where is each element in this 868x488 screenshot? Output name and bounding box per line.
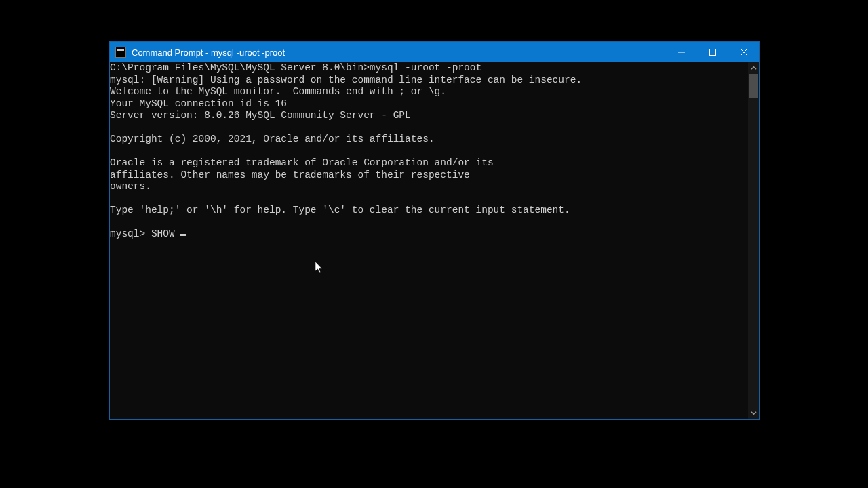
terminal-line: owners.	[110, 181, 748, 193]
minimize-icon	[678, 49, 685, 56]
terminal-line	[110, 146, 748, 158]
maximize-button[interactable]	[697, 42, 728, 62]
terminal-line	[110, 217, 748, 229]
terminal-line: Copyright (c) 2000, 2021, Oracle and/or …	[110, 134, 748, 146]
cmd-app-icon	[115, 47, 126, 58]
terminal-line: mysql: [Warning] Using a password on the…	[110, 75, 748, 87]
close-button[interactable]	[728, 42, 760, 62]
minimize-button[interactable]	[666, 42, 697, 62]
terminal-line: C:\Program Files\MySQL\MySQL Server 8.0\…	[110, 62, 748, 75]
command-prompt-window: Command Prompt - mysql -uroot -proot C:\…	[109, 41, 760, 420]
terminal-line	[110, 193, 748, 205]
scrollbar-thumb[interactable]	[749, 74, 758, 98]
terminal-prompt: mysql>	[110, 228, 151, 239]
vertical-scrollbar[interactable]	[748, 62, 760, 419]
window-title: Command Prompt - mysql -uroot -proot	[132, 47, 285, 58]
terminal-line: Welcome to the MySQL monitor. Commands e…	[110, 86, 748, 98]
client-area: C:\Program Files\MySQL\MySQL Server 8.0\…	[110, 62, 760, 419]
scroll-up-arrow-icon[interactable]	[748, 62, 760, 74]
terminal-line: Server version: 8.0.26 MySQL Community S…	[110, 110, 748, 122]
svg-rect-1	[710, 49, 716, 56]
maximize-icon	[709, 49, 716, 56]
terminal-prompt-line[interactable]: mysql> SHOW	[110, 228, 748, 241]
terminal-line: Your MySQL connection id is 16	[110, 98, 748, 110]
text-cursor-icon	[180, 234, 186, 236]
terminal-line: Type 'help;' or '\h' for help. Type '\c'…	[110, 205, 748, 217]
terminal-line	[110, 122, 748, 134]
terminal-line: Oracle is a registered trademark of Orac…	[110, 157, 748, 169]
terminal-line: affiliates. Other names may be trademark…	[110, 169, 748, 182]
terminal-output[interactable]: C:\Program Files\MySQL\MySQL Server 8.0\…	[110, 62, 748, 419]
close-icon	[741, 49, 747, 56]
titlebar[interactable]: Command Prompt - mysql -uroot -proot	[110, 42, 760, 62]
scroll-down-arrow-icon[interactable]	[748, 407, 760, 419]
scrollbar-track[interactable]	[748, 74, 760, 407]
terminal-input[interactable]: SHOW	[151, 228, 181, 239]
